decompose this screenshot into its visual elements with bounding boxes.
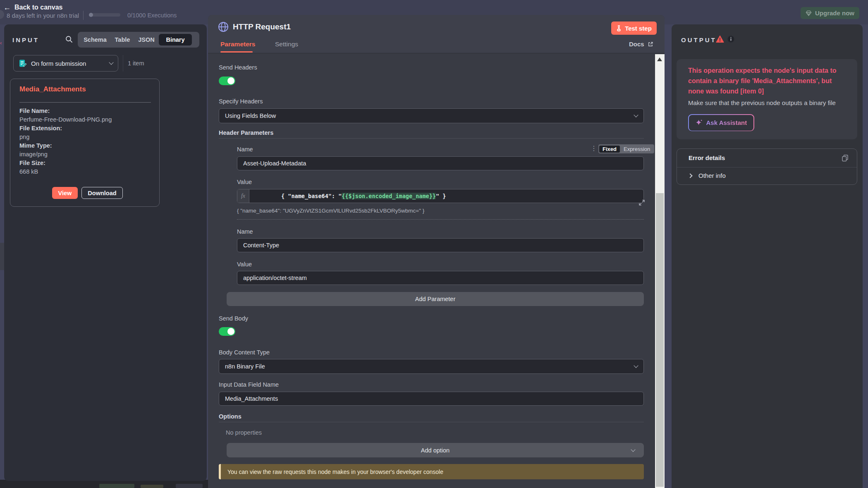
binary-field-label: File Size: (19, 160, 45, 166)
param-dotted-divider (237, 219, 644, 220)
fixed-expression-toggle: Fixed Expression (598, 144, 654, 153)
details-divider (677, 167, 857, 167)
download-button[interactable]: Download (81, 187, 123, 199)
sparkle-icon (696, 119, 703, 126)
back-to-canvas-button[interactable]: ← Back to canvas (3, 4, 63, 11)
scrollbar-up-arrow[interactable] (657, 57, 662, 61)
tab-binary[interactable]: Binary (159, 34, 192, 45)
add-parameter-button[interactable]: Add Parameter (227, 292, 644, 306)
options-empty-text: No properties (226, 429, 262, 436)
input-source-value: On form submission (31, 60, 105, 67)
other-info-row[interactable]: Other info (689, 172, 726, 179)
scrollbar-thumb[interactable] (656, 193, 664, 487)
chevron-down-icon (634, 112, 638, 117)
node-title: HTTP Request1 (233, 22, 291, 31)
flask-icon (616, 25, 622, 31)
output-panel: OUTPUT This operation expects the node's… (672, 24, 863, 488)
canvas-strip (0, 480, 211, 488)
specify-headers-select[interactable]: Using Fields Below (219, 108, 644, 123)
binary-field-label: File Name: (19, 108, 50, 114)
fixed-segment[interactable]: Fixed (599, 146, 620, 153)
options-label: Options (219, 413, 242, 420)
tab-json[interactable]: JSON (135, 36, 158, 43)
send-headers-label: Send Headers (219, 64, 257, 71)
param2-value-input[interactable] (237, 271, 644, 285)
binary-field-value: 668 kB (19, 168, 38, 175)
canvas-node-fragment: ‹ (0, 40, 2, 46)
param1-expression-field[interactable]: fx { "name_base64": "{{$json.encoded_ima… (237, 189, 644, 203)
item-count: 1 item (128, 60, 144, 67)
back-to-canvas-label: Back to canvas (14, 4, 63, 11)
scrollbar-track[interactable] (655, 54, 665, 488)
docs-label: Docs (629, 41, 644, 48)
expand-expression-icon[interactable] (638, 199, 645, 206)
header-divider (208, 53, 665, 53)
test-step-button[interactable]: Test step (611, 22, 657, 35)
send-headers-toggle[interactable] (219, 77, 235, 85)
param2-name-label: Name (237, 228, 253, 235)
tab-parameters-underline (220, 51, 253, 53)
n8n-node-detail-view: ← Back to canvas 8 days left in your n8n… (0, 0, 868, 488)
executions-progress-bar (89, 13, 120, 17)
binary-field-value: Perfume-Free-Download-PNG.png (19, 116, 112, 123)
section-divider (219, 422, 644, 422)
add-option-button[interactable]: Add option (227, 443, 644, 457)
send-body-toggle[interactable] (219, 327, 235, 336)
upgrade-label: Upgrade now (815, 10, 854, 17)
node-panel-header: HTTP Request1 Test step Parameters Setti… (208, 15, 665, 53)
expression-suffix: " } (436, 193, 446, 199)
ask-assistant-button[interactable]: Ask Assistant (688, 114, 754, 131)
param1-name-label: Name (237, 146, 253, 153)
tab-table[interactable]: Table (111, 36, 134, 43)
info-icon[interactable] (727, 36, 734, 43)
param1-value-label: Value (237, 179, 252, 185)
ask-assistant-label: Ask Assistant (706, 119, 747, 126)
input-panel: INPUT Schema Table JSON Binary On form s… (4, 24, 207, 481)
other-info-label: Other info (698, 172, 726, 179)
section-divider (219, 138, 644, 139)
binary-field-label: File Extension: (19, 125, 62, 132)
external-link-icon (648, 41, 653, 47)
expression-prefix: { "name_base64": " (281, 193, 342, 199)
body-content-type-label: Body Content Type (219, 349, 270, 356)
tab-settings[interactable]: Settings (275, 41, 298, 48)
specify-headers-label: Specify Headers (219, 98, 263, 105)
expression-result-preview: { "name_base64": "UGVyZnVtZS1GcmVlLURvd2… (237, 208, 424, 214)
input-data-field-input[interactable] (219, 392, 644, 406)
error-details-title: Error details (689, 154, 725, 161)
form-trigger-icon (19, 59, 27, 67)
developer-console-notice: You can view the raw requests this node … (219, 464, 644, 479)
executions-count: 0/1000 Executions (127, 12, 177, 19)
binary-field-value: png (19, 134, 29, 140)
source-divider (123, 55, 123, 72)
binary-key-title: Media_Attachments (19, 85, 86, 93)
trial-countdown: 8 days left in your n8n trial (7, 12, 79, 19)
output-panel-title: OUTPUT (681, 36, 717, 43)
input-panel-title: INPUT (12, 36, 39, 43)
body-content-type-select[interactable]: n8n Binary File (219, 359, 644, 374)
upgrade-button[interactable]: Upgrade now (801, 7, 859, 19)
trial-divider (83, 11, 84, 20)
tab-parameters[interactable]: Parameters (220, 41, 255, 48)
warning-triangle-icon (716, 35, 724, 43)
param-options-menu-icon[interactable]: ⋮ (591, 144, 597, 152)
expression-token: {{$json.encoded_image_name}} (342, 193, 436, 199)
display-mode-tabs: Schema Table JSON Binary (78, 32, 199, 48)
tab-schema[interactable]: Schema (80, 36, 110, 43)
input-source-select[interactable]: On form submission (13, 55, 118, 72)
copy-icon[interactable] (842, 154, 849, 162)
search-icon[interactable] (65, 36, 73, 43)
view-button[interactable]: View (52, 187, 78, 199)
chevron-down-icon (634, 363, 638, 368)
specify-headers-value: Using Fields Below (225, 112, 634, 119)
docs-link[interactable]: Docs (629, 41, 653, 48)
expression-segment[interactable]: Expression (620, 146, 653, 153)
error-hint: Make sure that the previous node outputs… (688, 99, 849, 106)
globe-icon (218, 22, 229, 32)
back-arrow-icon: ← (3, 4, 11, 11)
param1-name-input[interactable] (237, 156, 644, 170)
chevron-right-icon (688, 173, 692, 178)
card-divider (19, 102, 151, 103)
header-parameters-label: Header Parameters (219, 129, 273, 136)
param2-name-input[interactable] (237, 238, 644, 252)
